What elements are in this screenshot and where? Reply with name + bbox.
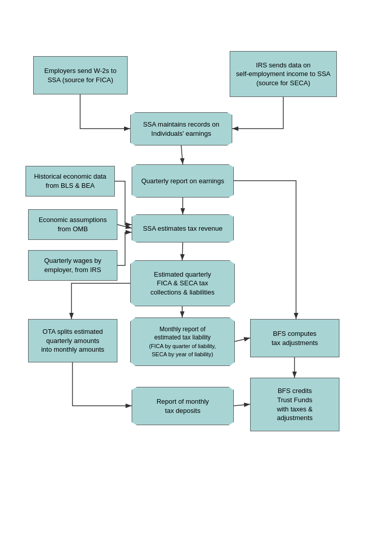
bfs-credits-box: BFS creditsTrust Fundswith taxes &adjust… — [250, 378, 339, 431]
ota-splits-box: OTA splits estimatedquarterly amountsint… — [28, 319, 117, 362]
quarterly-wages-box: Quarterly wages byemployer, from IRS — [28, 250, 117, 281]
employers-box: Employers send W-2s to SSA (source for F… — [33, 56, 128, 94]
svg-line-6 — [235, 338, 250, 341]
report-monthly-box: Report of monthlytax deposits — [132, 387, 234, 425]
estimated-quarterly-box: Estimated quarterlyFICA & SECA taxcollec… — [130, 260, 235, 306]
diagram-container: Employers send W-2s to SSA (source for F… — [0, 0, 392, 539]
ssa-maintains-box: SSA maintains records onIndividuals' ear… — [130, 112, 232, 145]
svg-line-1 — [181, 145, 183, 164]
svg-line-3 — [117, 225, 132, 228]
economic-assumptions-box: Economic assumptionsfrom OMB — [28, 209, 117, 240]
svg-line-8 — [234, 404, 250, 406]
quarterly-report-box: Quarterly report on earnings — [132, 164, 234, 198]
ssa-estimates-box: SSA estimates tax revenue — [132, 214, 234, 242]
historical-box: Historical economic datafrom BLS & BEA — [26, 166, 115, 197]
irs-self-box: IRS sends data onself-employment income … — [230, 51, 337, 97]
monthly-report-box: Monthly report ofestimated tax liability… — [130, 317, 235, 366]
bfs-computes-box: BFS computestax adjustments — [250, 319, 339, 357]
svg-line-4 — [182, 242, 183, 260]
